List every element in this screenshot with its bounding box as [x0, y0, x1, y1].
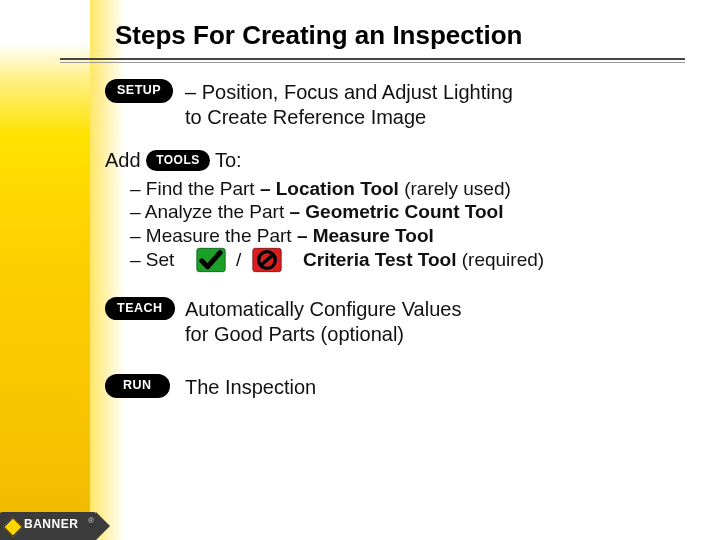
- setup-pill: SETUP: [105, 79, 173, 103]
- step-teach: TEACH Automatically Configure Values for…: [105, 296, 690, 348]
- title-underline: [60, 58, 685, 63]
- tools-pill: TOOLS: [146, 150, 210, 171]
- logo-text: BANNER: [24, 517, 78, 531]
- run-pill: RUN: [105, 374, 170, 398]
- b4-slash: /: [236, 249, 241, 270]
- prohibit-icon: [252, 247, 282, 273]
- footer-logo: BANNER ®: [0, 512, 112, 540]
- tools-bullets: – Find the Part – Location Tool (rarely …: [130, 177, 690, 274]
- setup-line2: to Create Reference Image: [185, 106, 426, 128]
- b1-pre: – Find the Part: [130, 178, 260, 199]
- b3-pre: – Measure the Part: [130, 225, 297, 246]
- side-accent: [0, 0, 90, 540]
- b4-tail-post: (required): [456, 249, 544, 270]
- b2-pre: – Analyze the Part: [130, 201, 290, 222]
- bullet-criteria: – Set / Criteri: [130, 248, 690, 274]
- bullet-measure: – Measure the Part – Measure Tool: [130, 224, 690, 248]
- content: SETUP – Position, Focus and Adjust Light…: [105, 78, 690, 418]
- tools-tail: To:: [215, 149, 242, 171]
- b4-tail-bold: Criteria Test Tool: [303, 249, 456, 270]
- b2-bold: – Geometric Count Tool: [290, 201, 504, 222]
- logo-registered-icon: ®: [88, 516, 94, 525]
- b1-post: (rarely used): [399, 178, 511, 199]
- page-title: Steps For Creating an Inspection: [115, 20, 522, 51]
- teach-line1: Automatically Configure Values: [185, 298, 461, 320]
- teach-line2: for Good Parts (optional): [185, 323, 404, 345]
- b4-pre: – Set: [130, 249, 174, 270]
- tools-lead: Add: [105, 149, 141, 171]
- b1-bold: – Location Tool: [260, 178, 399, 199]
- slide: Steps For Creating an Inspection SETUP –…: [0, 0, 720, 540]
- b3-bold: – Measure Tool: [297, 225, 434, 246]
- step-run: RUN The Inspection: [105, 373, 690, 400]
- bullet-location: – Find the Part – Location Tool (rarely …: [130, 177, 690, 201]
- teach-pill: TEACH: [105, 297, 175, 321]
- setup-line1: – Position, Focus and Adjust Lighting: [185, 81, 513, 103]
- run-line1: The Inspection: [185, 376, 316, 398]
- step-tools: Add TOOLS To:: [105, 148, 690, 173]
- bullet-geometric: – Analyze the Part – Geometric Count Too…: [130, 200, 690, 224]
- check-icon: [196, 247, 226, 273]
- step-setup: SETUP – Position, Focus and Adjust Light…: [105, 78, 690, 130]
